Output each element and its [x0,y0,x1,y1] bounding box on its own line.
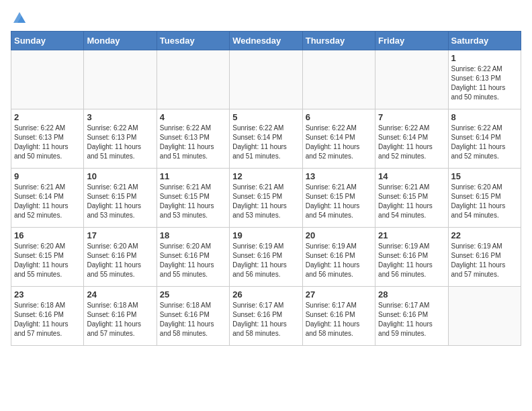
calendar-cell: 14Sunrise: 6:21 AM Sunset: 6:15 PM Dayli… [375,169,448,228]
day-number: 17 [87,230,153,240]
day-info: Sunrise: 6:22 AM Sunset: 6:13 PM Dayligh… [451,64,518,102]
calendar-cell [157,50,229,109]
calendar-cell: 8Sunrise: 6:22 AM Sunset: 6:14 PM Daylig… [448,109,521,169]
calendar-cell: 3Sunrise: 6:22 AM Sunset: 6:13 PM Daylig… [84,109,157,169]
day-number: 19 [232,230,299,240]
calendar-cell: 18Sunrise: 6:20 AM Sunset: 6:16 PM Dayli… [157,228,229,287]
day-info: Sunrise: 6:22 AM Sunset: 6:13 PM Dayligh… [87,124,153,161]
day-number: 13 [306,171,372,181]
day-number: 24 [87,289,153,300]
day-info: Sunrise: 6:22 AM Sunset: 6:14 PM Dayligh… [232,124,299,161]
day-info: Sunrise: 6:19 AM Sunset: 6:16 PM Dayligh… [306,242,372,279]
day-info: Sunrise: 6:17 AM Sunset: 6:16 PM Dayligh… [378,301,445,338]
day-info: Sunrise: 6:21 AM Sunset: 6:15 PM Dayligh… [306,183,372,220]
day-info: Sunrise: 6:19 AM Sunset: 6:16 PM Dayligh… [232,242,299,279]
page-header [11,11,521,24]
calendar-cell [84,50,157,109]
day-info: Sunrise: 6:21 AM Sunset: 6:15 PM Dayligh… [160,183,226,220]
day-info: Sunrise: 6:22 AM Sunset: 6:14 PM Dayligh… [306,124,372,161]
calendar-cell: 10Sunrise: 6:21 AM Sunset: 6:15 PM Dayli… [84,169,157,228]
calendar-cell: 20Sunrise: 6:19 AM Sunset: 6:16 PM Dayli… [302,228,375,287]
day-info: Sunrise: 6:20 AM Sunset: 6:16 PM Dayligh… [87,242,153,279]
day-number: 23 [14,289,81,300]
calendar-cell: 28Sunrise: 6:17 AM Sunset: 6:16 PM Dayli… [375,287,448,346]
calendar-header-wednesday: Wednesday [230,32,302,50]
day-number: 20 [306,230,372,240]
calendar-week-row: 1Sunrise: 6:22 AM Sunset: 6:13 PM Daylig… [11,50,521,109]
calendar-cell: 27Sunrise: 6:17 AM Sunset: 6:16 PM Dayli… [302,287,375,346]
calendar-cell: 17Sunrise: 6:20 AM Sunset: 6:16 PM Dayli… [84,228,157,287]
calendar-header-friday: Friday [375,32,448,50]
day-number: 8 [451,112,518,122]
day-number: 1 [451,53,518,63]
calendar-cell [375,50,448,109]
calendar-header-thursday: Thursday [302,32,375,50]
calendar-cell: 23Sunrise: 6:18 AM Sunset: 6:16 PM Dayli… [11,287,84,346]
day-number: 4 [160,112,226,122]
calendar-cell: 13Sunrise: 6:21 AM Sunset: 6:15 PM Dayli… [302,169,375,228]
day-info: Sunrise: 6:18 AM Sunset: 6:16 PM Dayligh… [160,301,226,338]
day-number: 27 [306,289,372,300]
calendar-week-row: 9Sunrise: 6:21 AM Sunset: 6:14 PM Daylig… [11,169,521,228]
calendar-cell [11,50,84,109]
calendar-cell: 26Sunrise: 6:17 AM Sunset: 6:16 PM Dayli… [230,287,302,346]
day-info: Sunrise: 6:22 AM Sunset: 6:14 PM Dayligh… [451,124,518,161]
day-info: Sunrise: 6:17 AM Sunset: 6:16 PM Dayligh… [232,301,299,338]
day-info: Sunrise: 6:22 AM Sunset: 6:13 PM Dayligh… [160,124,226,161]
day-number: 6 [306,112,372,122]
day-number: 11 [160,171,226,181]
calendar-cell [448,287,521,346]
day-info: Sunrise: 6:20 AM Sunset: 6:16 PM Dayligh… [160,242,226,279]
day-number: 10 [87,171,153,181]
calendar-cell: 22Sunrise: 6:19 AM Sunset: 6:16 PM Dayli… [448,228,521,287]
day-info: Sunrise: 6:19 AM Sunset: 6:16 PM Dayligh… [451,242,518,279]
calendar-cell: 6Sunrise: 6:22 AM Sunset: 6:14 PM Daylig… [302,109,375,169]
day-number: 15 [451,171,518,181]
day-number: 21 [378,230,445,240]
calendar-cell: 2Sunrise: 6:22 AM Sunset: 6:13 PM Daylig… [11,109,84,169]
calendar-cell: 15Sunrise: 6:20 AM Sunset: 6:15 PM Dayli… [448,169,521,228]
logo-icon [12,11,27,24]
day-info: Sunrise: 6:20 AM Sunset: 6:15 PM Dayligh… [451,183,518,220]
calendar-header-monday: Monday [84,32,157,50]
calendar-cell [302,50,375,109]
day-number: 26 [232,289,299,300]
day-info: Sunrise: 6:22 AM Sunset: 6:13 PM Dayligh… [14,124,81,161]
day-number: 5 [232,112,299,122]
day-number: 18 [160,230,226,240]
logo [11,11,27,24]
calendar-cell: 11Sunrise: 6:21 AM Sunset: 6:15 PM Dayli… [157,169,229,228]
calendar-header-sunday: Sunday [11,32,84,50]
day-number: 22 [451,230,518,240]
day-number: 7 [378,112,445,122]
day-number: 12 [232,171,299,181]
day-number: 16 [14,230,81,240]
day-info: Sunrise: 6:20 AM Sunset: 6:15 PM Dayligh… [14,242,81,279]
day-info: Sunrise: 6:18 AM Sunset: 6:16 PM Dayligh… [14,301,81,338]
day-info: Sunrise: 6:19 AM Sunset: 6:16 PM Dayligh… [378,242,445,279]
calendar-cell: 19Sunrise: 6:19 AM Sunset: 6:16 PM Dayli… [230,228,302,287]
day-number: 25 [160,289,226,300]
day-info: Sunrise: 6:21 AM Sunset: 6:15 PM Dayligh… [87,183,153,220]
calendar-cell: 24Sunrise: 6:18 AM Sunset: 6:16 PM Dayli… [84,287,157,346]
calendar-cell: 21Sunrise: 6:19 AM Sunset: 6:16 PM Dayli… [375,228,448,287]
day-info: Sunrise: 6:18 AM Sunset: 6:16 PM Dayligh… [87,301,153,338]
calendar-cell: 25Sunrise: 6:18 AM Sunset: 6:16 PM Dayli… [157,287,229,346]
day-info: Sunrise: 6:21 AM Sunset: 6:15 PM Dayligh… [232,183,299,220]
calendar-header-row: SundayMondayTuesdayWednesdayThursdayFrid… [11,32,521,50]
calendar-week-row: 16Sunrise: 6:20 AM Sunset: 6:15 PM Dayli… [11,228,521,287]
calendar-header-saturday: Saturday [448,32,521,50]
day-number: 9 [14,171,81,181]
day-number: 2 [14,112,81,122]
calendar-table: SundayMondayTuesdayWednesdayThursdayFrid… [11,31,521,346]
day-info: Sunrise: 6:21 AM Sunset: 6:15 PM Dayligh… [378,183,445,220]
calendar-week-row: 23Sunrise: 6:18 AM Sunset: 6:16 PM Dayli… [11,287,521,346]
day-info: Sunrise: 6:21 AM Sunset: 6:14 PM Dayligh… [14,183,81,220]
day-number: 3 [87,112,153,122]
day-info: Sunrise: 6:22 AM Sunset: 6:14 PM Dayligh… [378,124,445,161]
calendar-week-row: 2Sunrise: 6:22 AM Sunset: 6:13 PM Daylig… [11,109,521,169]
day-number: 14 [378,171,445,181]
day-info: Sunrise: 6:17 AM Sunset: 6:16 PM Dayligh… [306,301,372,338]
calendar-cell: 1Sunrise: 6:22 AM Sunset: 6:13 PM Daylig… [448,50,521,109]
calendar-cell: 5Sunrise: 6:22 AM Sunset: 6:14 PM Daylig… [230,109,302,169]
